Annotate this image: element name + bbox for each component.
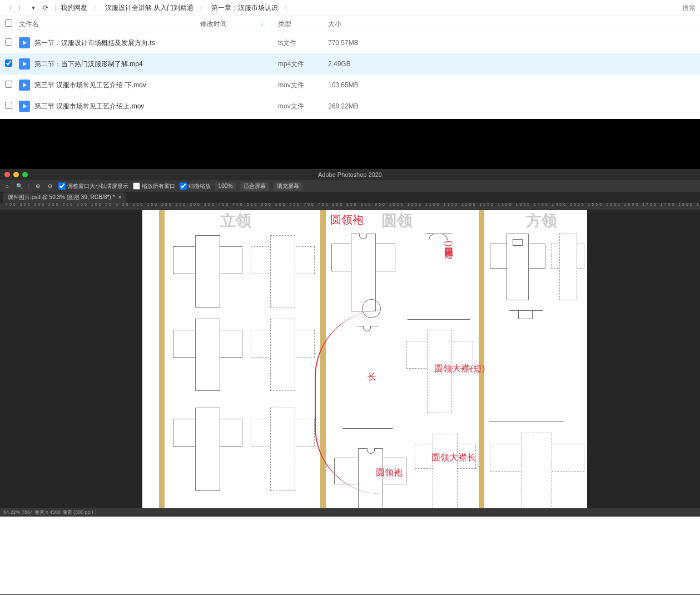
chevron-right-icon: 〉	[93, 3, 100, 13]
file-name: 第一节：汉服设计市场概括及发展方向.ts	[34, 38, 155, 48]
home-icon[interactable]: ⌂	[3, 182, 11, 190]
zoom-all-checkbox[interactable]: 缩放所有窗口	[133, 182, 175, 190]
svg-marker-1	[23, 62, 27, 66]
video-file-icon	[19, 80, 30, 91]
file-size: 770.57MB	[328, 39, 378, 47]
garment-robe	[484, 310, 568, 422]
file-type: mov文件	[278, 81, 328, 90]
row-checkbox[interactable]	[5, 81, 12, 88]
fit-screen-button[interactable]: 适合屏幕	[240, 182, 269, 191]
ruler-horizontal: 400 350 300 250 200 150 100 50 0 50 100 …	[0, 202, 700, 210]
column-type[interactable]: 类型	[278, 19, 328, 29]
video-file-icon	[19, 37, 30, 48]
garment-vest	[404, 234, 473, 320]
table-row[interactable]: 第二节：当下热门汉服形制了解.mp4mp4文件2.49GB	[0, 53, 700, 75]
resize-to-fit-checkbox[interactable]: 调整窗口大小以满屏显示	[58, 182, 128, 190]
file-list: 第一节：汉服设计市场概括及发展方向.tsts文件770.57MB第二节：当下热门…	[0, 32, 700, 117]
window-titlebar: Adobe Photoshop 2020	[0, 169, 700, 180]
file-name: 第二节：当下热门汉服形制了解.mp4	[34, 60, 143, 69]
chevron-right-icon: 〉	[284, 3, 290, 13]
svg-marker-0	[23, 41, 27, 45]
dropdown-icon[interactable]: ▾	[29, 3, 38, 12]
column-title: 方领	[526, 210, 557, 231]
refresh-icon[interactable]: ⟳	[41, 3, 50, 12]
file-type: ts文件	[278, 38, 328, 48]
video-file-icon	[19, 101, 30, 112]
table-row[interactable]: 第一节：汉服设计市场概括及发展方向.tsts文件770.57MB	[0, 32, 700, 53]
breadcrumb[interactable]: 汉服设计全讲解 从入门到精通	[105, 3, 193, 13]
zoom-in-icon[interactable]: ⊕	[34, 182, 42, 190]
browser-toolbar: 〈 〉 ▾ ⟳ | 我的网盘 〉 汉服设计全讲解 从入门到精通 〉 第一章：汉服…	[0, 0, 700, 16]
file-size: 103.65MB	[328, 81, 378, 89]
forward-icon[interactable]: 〉	[17, 3, 26, 12]
row-checkbox[interactable]	[5, 102, 12, 109]
svg-marker-2	[23, 83, 27, 87]
bottom-whitespace	[0, 517, 700, 594]
row-checkbox[interactable]	[5, 38, 12, 46]
table-row[interactable]: 第三节 汉服市场常见工艺介绍 下.movmov文件103.65MB	[0, 75, 700, 96]
file-list-header: 文件名 修改时间↓ 类型 大小	[0, 16, 700, 32]
photoshop-window: Adobe Photoshop 2020 ⌂ 🔍 | ⊕ ⊖ 调整窗口大小以满屏…	[0, 169, 700, 517]
annotation: 圆领袍	[330, 212, 364, 227]
fill-screen-button[interactable]: 填充屏幕	[274, 182, 302, 191]
close-tab-icon[interactable]: ×	[118, 194, 121, 200]
column-size[interactable]: 大小	[328, 19, 378, 29]
file-type: mov文件	[278, 102, 328, 111]
back-icon[interactable]: 〈	[4, 3, 13, 12]
file-name: 第三节 汉服市场常见工艺介绍 下.mov	[34, 81, 146, 90]
canvas[interactable]: 立领 圆领袍 圆领 方领	[0, 210, 700, 508]
svg-marker-3	[23, 104, 27, 108]
options-bar: ⌂ 🔍 | ⊕ ⊖ 调整窗口大小以满屏显示 缩放所有窗口 细微缩放 100% 适…	[0, 180, 700, 192]
scrubby-zoom-checkbox[interactable]: 细微缩放	[180, 182, 211, 190]
document-tab-bar: 课件图片.psd @ 50.3% (图层 39, RGB/8*) *×	[0, 192, 700, 202]
status-bar: 64.22% 7864 像素 x 4500 像素 (300 ppi) 〉	[0, 508, 700, 517]
row-checkbox[interactable]	[5, 60, 12, 67]
annotation: 圆领比甲(短)	[443, 241, 454, 247]
sort-desc-icon: ↓	[260, 20, 264, 28]
separator: |	[28, 183, 29, 189]
artboard: 立领 圆领袍 圆领 方领	[142, 210, 587, 508]
annotation: 圆领大襟(短)	[434, 363, 485, 375]
window-title: Adobe Photoshop 2020	[0, 171, 700, 178]
annotation: 圆领大襟长	[431, 452, 476, 464]
column-title: 立领	[220, 210, 251, 231]
file-browser: 〈 〉 ▾ ⟳ | 我的网盘 〉 汉服设计全讲解 从入门到精通 〉 第一章：汉服…	[0, 0, 700, 119]
zoom-100-button[interactable]: 100%	[215, 182, 236, 190]
video-file-icon	[19, 58, 30, 70]
gap	[0, 119, 700, 169]
breadcrumb[interactable]: 第一章：汉服市场认识	[211, 3, 278, 13]
file-size: 268.22MB	[328, 102, 378, 110]
column-name[interactable]: 文件名	[17, 19, 200, 29]
square-collar	[518, 310, 533, 319]
search-input[interactable]: 搜索	[682, 3, 696, 13]
canvas-area: 400 350 300 250 200 150 100 50 0 50 100 …	[0, 202, 700, 517]
chevron-right-icon: 〉	[199, 3, 206, 13]
document-tab[interactable]: 课件图片.psd @ 50.3% (图层 39, RGB/8*) *×	[3, 192, 126, 202]
zoom-out-icon[interactable]: ⊖	[46, 182, 54, 190]
file-name: 第三节 汉服市场常见工艺介绍上.mov	[34, 102, 144, 111]
column-mtime[interactable]: 修改时间↓	[200, 19, 278, 29]
zoom-icon[interactable]: 🔍	[16, 182, 23, 190]
file-type: mp4文件	[278, 60, 328, 69]
column-title: 圆领	[381, 210, 413, 231]
table-row[interactable]: 第三节 汉服市场常见工艺介绍上.movmov文件268.22MB	[0, 96, 700, 117]
separator: |	[54, 4, 56, 12]
select-all-checkbox[interactable]	[5, 19, 12, 27]
breadcrumb[interactable]: 我的网盘	[61, 3, 87, 13]
neckline	[429, 234, 448, 240]
file-size: 2.49GB	[328, 60, 378, 68]
